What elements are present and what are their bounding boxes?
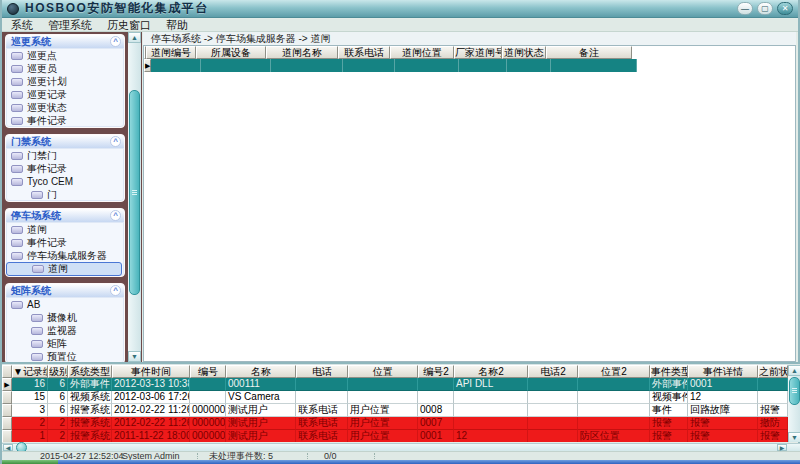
- main-col-7[interactable]: 备注: [546, 46, 632, 59]
- sidebar-item-摄像机[interactable]: 摄像机: [6, 311, 124, 324]
- event-col-1[interactable]: 级别: [48, 365, 68, 378]
- main-row-cell-7[interactable]: [551, 59, 637, 72]
- sidebar-item-巡更员[interactable]: 巡更员: [6, 62, 124, 75]
- tree-node-icon: [11, 165, 23, 173]
- sidebar-item-AB[interactable]: AB: [6, 298, 124, 311]
- main-col-1[interactable]: 所属设备: [196, 46, 266, 59]
- main-row-cell-3[interactable]: [343, 59, 395, 72]
- main-col-4[interactable]: 道闸位置: [390, 46, 454, 59]
- sidebar-item-巡更计划[interactable]: 巡更计划: [6, 75, 124, 88]
- scroll-right-icon[interactable]: ▶: [777, 444, 787, 451]
- main-col-3[interactable]: 联系电话: [338, 46, 390, 59]
- scroll-down-icon[interactable]: ▼: [128, 351, 141, 362]
- sidebar-scroll-thumb[interactable]: [129, 90, 140, 295]
- main-col-2[interactable]: 道闸名称: [266, 46, 338, 59]
- main-row-cell-0[interactable]: [151, 59, 201, 72]
- sidebar-panel-header-3[interactable]: 矩阵系统^: [6, 284, 124, 298]
- breadcrumb: 停车场系统 -> 停车场集成服务器 -> 道闸: [143, 32, 796, 45]
- menu-item-1[interactable]: 管理系统: [48, 19, 92, 31]
- event-col-0[interactable]: ▼记录编号: [12, 365, 48, 378]
- main-row-cell-1[interactable]: [201, 59, 271, 72]
- sidebar-item-监视器[interactable]: 监视器: [6, 324, 124, 337]
- event-row-2[interactable]: 36报警系统2012-02-22 11:26:0200000002测试用户联系电…: [2, 404, 800, 417]
- event-col-3[interactable]: 事件时间: [112, 365, 190, 378]
- event-col-11[interactable]: 位置2: [578, 365, 650, 378]
- sidebar-panels: 巡更系统^巡更点巡更员巡更计划巡更记录巡更状态事件记录门禁系统^门禁门事件记录T…: [5, 34, 125, 375]
- sidebar-item-门禁门[interactable]: 门禁门: [6, 149, 124, 162]
- event-col-9[interactable]: 名称2: [454, 365, 528, 378]
- menu-item-2[interactable]: 历史窗口: [107, 19, 151, 31]
- event-cell: 回路故障: [688, 404, 758, 417]
- main-table: 道闸编号所属设备道闸名称联系电话道闸位置厂家道闸号道闸状态备注 ▶: [143, 45, 796, 362]
- sidebar-item-巡更点[interactable]: 巡更点: [6, 49, 124, 62]
- event-scroll-thumb[interactable]: [789, 377, 800, 405]
- main-table-selected-row[interactable]: ▶: [144, 59, 795, 72]
- event-col-4[interactable]: 编号: [190, 365, 226, 378]
- event-cell: [348, 391, 418, 404]
- menu-item-3[interactable]: 帮助: [166, 19, 188, 31]
- scroll-left-icon[interactable]: ◀: [3, 444, 13, 451]
- event-row-pointer: [2, 417, 12, 430]
- sidebar-item-门[interactable]: 门: [6, 188, 124, 201]
- sidebar-item-矩阵[interactable]: 矩阵: [6, 337, 124, 350]
- sidebar-item-事件记录[interactable]: 事件记录: [6, 236, 124, 249]
- horizontal-scrollbar[interactable]: ◀ ▶: [2, 443, 800, 451]
- sidebar-scrollbar[interactable]: ▲ ▼: [128, 32, 141, 362]
- sidebar-item-停车场集成服务器[interactable]: 停车场集成服务器: [6, 249, 124, 262]
- sidebar-item-事件记录[interactable]: 事件记录: [6, 114, 124, 127]
- scroll-up-icon[interactable]: ▲: [128, 32, 141, 43]
- tree-node-icon: [31, 327, 43, 335]
- main-row-cell-5[interactable]: [459, 59, 507, 72]
- event-col-10[interactable]: 电话2: [528, 365, 578, 378]
- event-col-6[interactable]: 电话: [296, 365, 348, 378]
- collapse-chevron-icon[interactable]: ^: [110, 36, 121, 47]
- event-cell: [578, 391, 650, 404]
- event-cell: 6: [48, 404, 68, 417]
- event-table: ▼记录编号级别系统类型事件时间编号名称电话位置编号2名称2电话2位置2事件类型事…: [2, 362, 800, 442]
- tree-node-icon: [11, 78, 23, 86]
- event-col-14[interactable]: 之前状态: [758, 365, 788, 378]
- main-row-cell-6[interactable]: [507, 59, 551, 72]
- scroll-down-icon[interactable]: ▼: [788, 432, 800, 442]
- event-col-12[interactable]: 事件类型: [650, 365, 688, 378]
- tree-node-icon: [11, 104, 23, 112]
- sidebar-item-道闸[interactable]: 道闸: [6, 223, 124, 236]
- main-row-cell-2[interactable]: [271, 59, 343, 72]
- sidebar-item-事件记录[interactable]: 事件记录: [6, 162, 124, 175]
- event-cell: 0007: [418, 417, 454, 430]
- collapse-chevron-icon[interactable]: ^: [110, 136, 121, 147]
- event-cell: API DLL: [454, 378, 528, 391]
- event-row-0[interactable]: ▶166外部事件2012-03-13 10:38:04000111API DLL…: [2, 378, 800, 391]
- event-scrollbar[interactable]: ▲ ▼: [788, 365, 800, 442]
- sidebar-item-label: 摄像机: [47, 311, 77, 325]
- scroll-up-icon[interactable]: ▲: [788, 365, 800, 376]
- sidebar-item-道闸[interactable]: 道闸: [6, 262, 122, 276]
- main-col-5[interactable]: 厂家道闸号: [454, 46, 502, 59]
- main-col-0[interactable]: 道闸编号: [146, 46, 196, 59]
- collapse-chevron-icon[interactable]: ^: [110, 285, 121, 296]
- main-col-6[interactable]: 道闸状态: [502, 46, 546, 59]
- menu-item-0[interactable]: 系统: [11, 19, 33, 31]
- maximize-button[interactable]: ▢: [757, 2, 773, 15]
- event-col-13[interactable]: 事件详情: [688, 365, 758, 378]
- close-button[interactable]: ✕: [777, 2, 793, 15]
- collapse-chevron-icon[interactable]: ^: [110, 210, 121, 221]
- event-col-8[interactable]: 编号2: [418, 365, 454, 378]
- event-col-5[interactable]: 名称: [226, 365, 296, 378]
- event-cell: 6: [48, 378, 68, 391]
- event-col-2[interactable]: 系统类型: [68, 365, 112, 378]
- minimize-button[interactable]: —: [737, 2, 753, 15]
- sidebar-item-巡更状态[interactable]: 巡更状态: [6, 101, 124, 114]
- event-cell: [528, 430, 578, 442]
- sidebar-panel-header-0[interactable]: 巡更系统^: [6, 35, 124, 49]
- sidebar-panel-header-1[interactable]: 门禁系统^: [6, 135, 124, 149]
- event-row-3[interactable]: 22报警系统2012-02-22 11:26:0200000002测试用户联系电…: [2, 417, 800, 430]
- sidebar-item-Tyco CEM[interactable]: Tyco CEM: [6, 175, 124, 188]
- event-row-1[interactable]: 156视频系统2012-03-06 17:26:34VS Camera视频事件1…: [2, 391, 800, 404]
- event-cell: [454, 404, 528, 417]
- sidebar-panel-header-2[interactable]: 停车场系统^: [6, 209, 124, 223]
- event-row-4[interactable]: 12报警系统2011-11-22 18:00:2700000003测试用户联系电…: [2, 430, 800, 442]
- main-row-cell-4[interactable]: [395, 59, 459, 72]
- event-col-7[interactable]: 位置: [348, 365, 418, 378]
- sidebar-item-巡更记录[interactable]: 巡更记录: [6, 88, 124, 101]
